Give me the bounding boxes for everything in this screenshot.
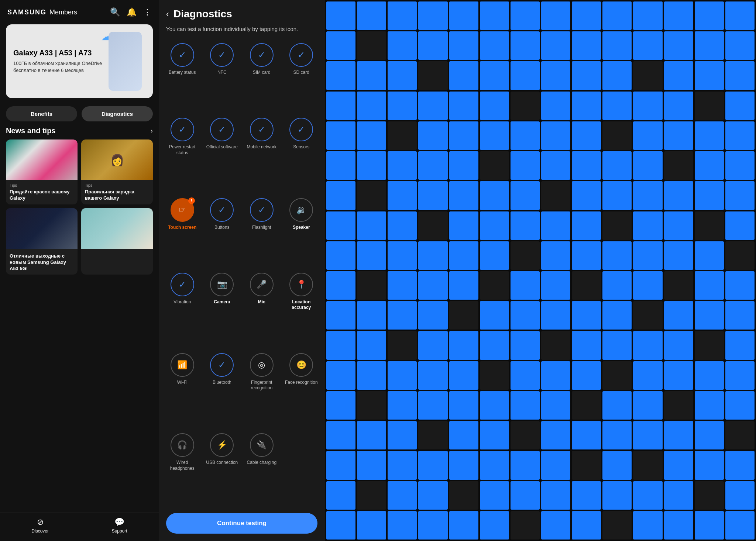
news-card-1-title: Придайте красок вашему Galaxy — [10, 189, 74, 201]
pixel-cell — [357, 211, 386, 240]
usb-icon: ⚡ — [217, 440, 227, 450]
news-card-4[interactable] — [81, 208, 153, 275]
pixel-cell — [572, 92, 601, 120]
pixel-cell — [572, 61, 601, 90]
diag-item-vibration[interactable]: ✓ Vibration — [163, 268, 202, 347]
more-icon[interactable]: ⋮ — [143, 7, 151, 17]
pixel-cell — [695, 241, 724, 270]
pixel-cell — [511, 331, 540, 359]
pixel-cell — [725, 331, 755, 359]
pixel-cell — [725, 151, 755, 180]
pixel-cell — [449, 271, 478, 300]
pixel-cell — [633, 511, 662, 540]
pixel-cell — [695, 31, 724, 60]
diag-item-touch[interactable]: ☞ ! Touch screen — [163, 194, 202, 267]
diag-circle-usb: ⚡ — [210, 433, 234, 457]
pixel-cell — [725, 241, 755, 270]
pixel-cell — [572, 241, 601, 270]
pixel-cell — [725, 271, 755, 300]
location-icon: 📍 — [296, 280, 306, 289]
pixel-cell — [633, 361, 662, 390]
diag-item-sd[interactable]: ✓ SD card — [282, 39, 321, 112]
diag-item-usb[interactable]: ⚡ USB connection — [203, 429, 241, 508]
benefits-button[interactable]: Benefits — [6, 106, 77, 121]
diag-item-location[interactable]: 📍 Location accuracy — [282, 268, 321, 347]
pixel-cell — [664, 271, 693, 300]
pixel-cell — [633, 211, 662, 240]
pixel-cell — [511, 451, 540, 479]
diag-circle-vibration: ✓ — [171, 273, 194, 296]
diag-item-speaker[interactable]: 🔉 Speaker — [282, 194, 321, 267]
diag-item-sensors[interactable]: ✓ Sensors — [282, 113, 321, 192]
diag-item-face[interactable]: 😊 Face recognition — [282, 349, 321, 428]
nav-discover[interactable]: ⊘ Discover — [31, 517, 49, 534]
pixel-cell — [326, 271, 355, 300]
diag-item-sim[interactable]: ✓ SIM card — [243, 39, 281, 112]
diag-circle-headphones: 🎧 — [171, 433, 194, 457]
pixel-cell — [664, 361, 693, 390]
pixel-cell — [418, 361, 447, 390]
pixel-cell — [418, 331, 447, 359]
pixel-cell — [326, 31, 355, 60]
diag-item-wifi[interactable]: 📶 Wi-Fi — [163, 349, 202, 428]
pixel-cell — [572, 331, 601, 359]
pixel-cell — [572, 361, 601, 390]
pixel-cell — [633, 391, 662, 420]
diag-item-software[interactable]: ✓ Official software — [203, 113, 241, 192]
diag-item-battery[interactable]: ✓ Battery status — [163, 39, 202, 112]
pixel-cell — [511, 301, 540, 330]
news-card-1[interactable]: Tips Придайте красок вашему Galaxy — [6, 139, 78, 204]
diag-label-camera: Camera — [214, 299, 230, 305]
diag-item-charging[interactable]: 🔌 Cable charging — [243, 429, 281, 508]
diag-circle-mic: 🎤 — [250, 273, 274, 296]
diag-circle-flashlight: ✓ — [250, 198, 274, 222]
pixel-cell — [695, 211, 724, 240]
pixel-cell — [357, 1, 386, 30]
diag-item-power[interactable]: ✓ Power restart status — [163, 113, 202, 192]
app-header: SAMSUNG Members 🔍 🔔 ⋮ — [0, 0, 159, 21]
diagnostics-grid: ✓ Battery status ✓ NFC ✓ SIM card ✓ SD c… — [159, 39, 325, 508]
pixel-cell — [388, 451, 417, 479]
diag-item-headphones[interactable]: 🎧 Wired headphones — [163, 429, 202, 508]
diag-item-buttons[interactable]: ✓ Buttons — [203, 194, 241, 267]
diag-item-bluetooth[interactable]: ✓ Bluetooth — [203, 349, 241, 428]
diag-item-flashlight[interactable]: ✓ Flashlight — [243, 194, 281, 267]
check-icon: ✓ — [258, 50, 265, 60]
check-icon: ✓ — [218, 50, 226, 60]
diag-circle-nfc: ✓ — [210, 43, 234, 67]
alert-badge: ! — [188, 197, 195, 204]
face-icon: 😊 — [296, 360, 306, 370]
diag-item-nfc[interactable]: ✓ NFC — [203, 39, 241, 112]
pixel-cell — [388, 181, 417, 210]
bell-icon[interactable]: 🔔 — [127, 7, 137, 17]
diag-item-camera[interactable]: 📷 Camera — [203, 268, 241, 347]
pixel-cell — [541, 451, 570, 479]
diag-label-mic: Mic — [258, 299, 265, 305]
diag-item-fingerprint[interactable]: ◎ Fingerprint recognition — [243, 349, 281, 428]
pixel-cell — [449, 1, 478, 30]
news-card-3[interactable]: Отличные выходные с новым Samsung Galaxy… — [6, 208, 78, 275]
diag-item-mic[interactable]: 🎤 Mic — [243, 268, 281, 347]
search-icon[interactable]: 🔍 — [110, 7, 120, 17]
diag-label-bluetooth: Bluetooth — [213, 380, 231, 386]
pixel-cell — [572, 121, 601, 150]
pixel-cell — [602, 61, 632, 90]
pixel-cell — [602, 31, 632, 60]
diag-item-network[interactable]: ✓ Mobile network — [243, 113, 281, 192]
back-button[interactable]: ‹ — [166, 9, 169, 19]
pixel-cell — [326, 391, 355, 420]
pixel-cell — [480, 511, 509, 540]
pixel-cell — [418, 151, 447, 180]
diagnostics-button[interactable]: Diagnostics — [82, 106, 153, 121]
pixel-cell — [388, 301, 417, 330]
continue-testing-button[interactable]: Continue testing — [166, 513, 317, 534]
pixel-cell — [449, 151, 478, 180]
news-arrow-icon[interactable]: › — [151, 127, 153, 135]
hero-text: Galaxy A33 | A53 | A73 100ГБ в облачном … — [13, 49, 109, 73]
nav-support[interactable]: 💬 Support — [112, 517, 127, 534]
pixel-cell — [326, 151, 355, 180]
news-card-2-body: Tips Правильная зарядка вашего Galaxy — [81, 180, 153, 204]
diagnostics-header: ‹ Diagnostics — [159, 0, 325, 25]
pixel-cell — [725, 211, 755, 240]
news-card-2[interactable]: 👩 Tips Правильная зарядка вашего Galaxy — [81, 139, 153, 204]
